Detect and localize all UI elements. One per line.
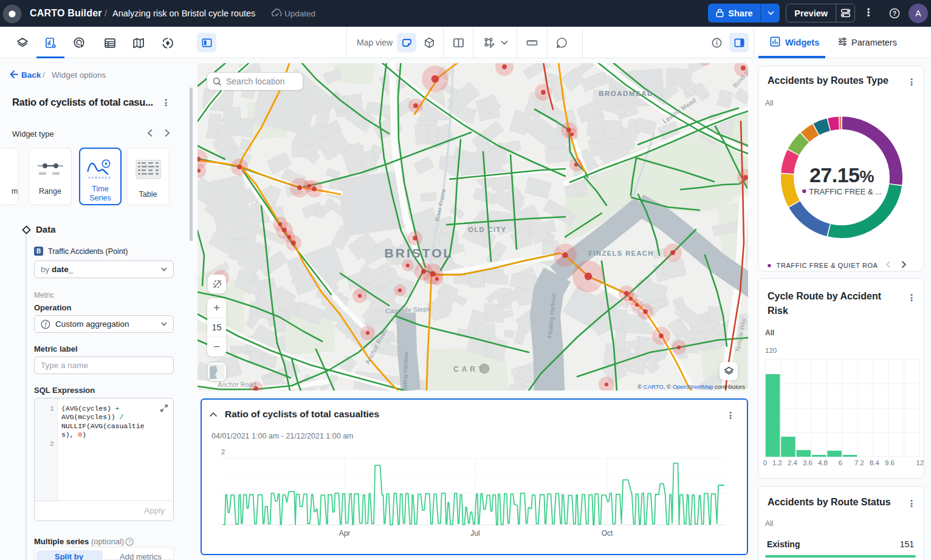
svg-text:0: 0: [763, 459, 767, 466]
svg-text:?: ?: [128, 539, 131, 545]
svg-text:6: 6: [839, 459, 842, 466]
svg-text:9.6: 9.6: [885, 459, 895, 466]
svg-text:3.6: 3.6: [803, 459, 812, 466]
svg-text:Oct: Oct: [602, 529, 613, 538]
svg-text:4.8: 4.8: [818, 459, 828, 466]
svg-text:BRISTOL: BRISTOL: [385, 246, 453, 260]
svg-text:7.2: 7.2: [854, 459, 864, 466]
svg-text:1.2: 1.2: [772, 459, 782, 466]
svg-text:Floating Harbour: Floating Harbour: [401, 351, 410, 391]
svg-text:OLD CITY: OLD CITY: [468, 226, 506, 233]
svg-text:2.4: 2.4: [788, 459, 798, 466]
svg-text:FINZELS REACH: FINZELS REACH: [588, 250, 654, 257]
svg-text:BROADMEAD: BROADMEAD: [599, 90, 653, 97]
svg-text:Jul: Jul: [470, 529, 479, 538]
svg-text:2: 2: [221, 448, 225, 456]
svg-text:f: f: [45, 321, 47, 327]
svg-text:Anchor Road: Anchor Road: [218, 381, 256, 388]
svg-text:8.4: 8.4: [870, 459, 880, 466]
svg-text:?: ?: [893, 10, 896, 17]
svg-text:12: 12: [916, 459, 924, 466]
svg-text:Apr: Apr: [339, 529, 351, 538]
